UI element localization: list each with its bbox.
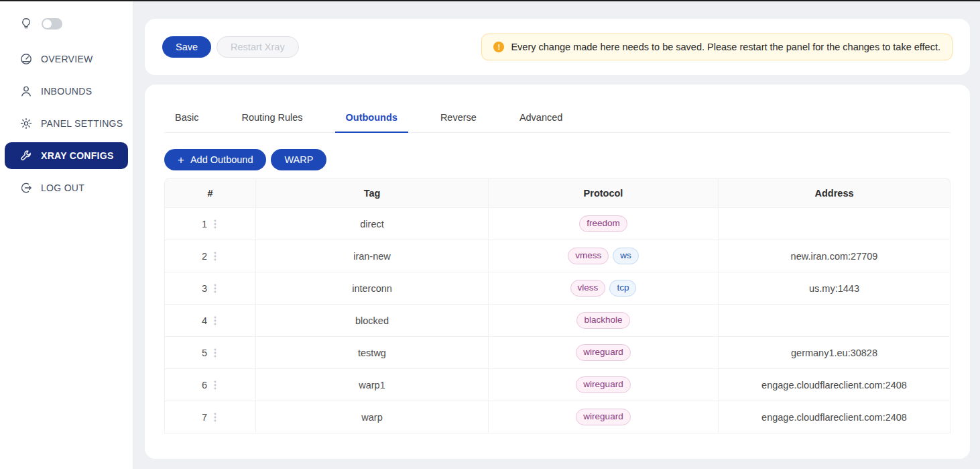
cell-tag: blocked [256,305,489,337]
protocol-badge-freedom: freedom [579,215,627,232]
cell-number: 6 [164,369,256,401]
content-card: BasicRouting RulesOutboundsReverseAdvanc… [145,85,970,459]
bulb-icon [20,17,32,30]
table-row: 3interconnvlesstcpus.my:1443 [164,272,951,305]
row-number-wrap: 6 [202,380,219,390]
row-number: 3 [202,283,207,294]
protocol-badges: vlesstcp [570,280,637,297]
row-menu-icon[interactable] [212,283,219,294]
cell-address [719,305,951,337]
outbounds-table: # Tag Protocol Address 1directfreedom2ir… [164,178,951,433]
sidebar-item-label: PANEL SETTINGS [41,118,123,129]
row-number: 2 [202,251,207,262]
protocol-badge-vless: vless [570,280,606,297]
wrench-icon [20,150,32,162]
cell-address: new.iran.com:27709 [719,240,951,272]
table-row: 5testwgwireguardgermany1.eu:30828 [164,337,951,369]
row-number: 6 [202,380,207,390]
add-outbound-label: Add Outbound [190,154,253,165]
dashboard-icon [20,53,32,65]
warning-text: Every change made here needs to be saved… [511,42,940,52]
cell-tag: warp1 [256,369,489,401]
row-menu-icon[interactable] [212,219,219,229]
sidebar-item-panel-settings[interactable]: PANEL SETTINGS [0,107,133,140]
warning-icon: ! [493,42,504,52]
logout-icon [20,182,32,194]
row-number-wrap: 2 [202,251,219,262]
cell-number: 7 [164,401,256,433]
dark-mode-toggle[interactable] [42,18,62,30]
cell-number: 2 [164,240,256,272]
cell-number: 3 [164,272,256,305]
table-row: 4blockedblackhole [164,305,951,337]
sidebar-nav: OVERVIEWINBOUNDSPANEL SETTINGSXRAY CONFI… [0,43,133,204]
row-menu-icon[interactable] [212,412,219,423]
table-row: 2iran-newvmesswsnew.iran.com:27709 [164,240,951,272]
row-number-wrap: 1 [202,219,219,229]
column-header-tag: Tag [256,178,489,208]
cell-address: engage.cloudflareclient.com:2408 [719,369,951,401]
tab-reverse[interactable]: Reverse [430,103,487,132]
tab-outbounds[interactable]: Outbounds [335,103,408,133]
sidebar-item-inbounds[interactable]: INBOUNDS [0,75,133,107]
protocol-badge-blackhole: blackhole [576,312,629,329]
protocol-badge-wireguard: wireguard [576,376,630,393]
sidebar-item-label: INBOUNDS [41,86,92,97]
row-number: 7 [202,412,207,423]
cell-protocol: freedom [489,208,719,240]
restart-xray-button[interactable]: Restart Xray [217,36,299,58]
protocol-badge-wireguard: wireguard [576,409,630,425]
plus-icon: + [178,154,184,166]
row-number: 5 [202,348,207,358]
cell-protocol: vlesstcp [489,272,719,305]
gear-icon [20,117,32,129]
add-outbound-button[interactable]: + Add Outbound [164,149,266,170]
protocol-badge-ws: ws [613,248,639,264]
tab-basic[interactable]: Basic [164,103,209,132]
protocol-badge-tcp: tcp [609,280,636,297]
user-icon [20,85,32,97]
row-number-wrap: 5 [202,348,219,358]
cell-number: 5 [164,337,256,369]
sidebar-item-log-out[interactable]: LOG OUT [0,172,133,204]
sidebar-item-label: LOG OUT [41,183,84,193]
cell-address [719,208,951,240]
row-menu-icon[interactable] [212,315,219,326]
cell-tag: testwg [256,337,489,369]
sidebar-item-label: OVERVIEW [41,54,93,64]
cell-address: us.my:1443 [719,272,951,305]
main-area: Save Restart Xray ! Every change made he… [133,1,980,469]
protocol-badges: wireguard [576,409,630,425]
row-number: 4 [202,315,207,326]
tab-advanced[interactable]: Advanced [509,103,574,132]
warp-button[interactable]: WARP [271,149,326,170]
row-menu-icon[interactable] [212,251,219,262]
table-row: 7warpwireguardengage.cloudflareclient.co… [164,401,951,433]
save-button[interactable]: Save [162,36,211,58]
cell-tag: iran-new [256,240,489,272]
row-menu-icon[interactable] [212,380,219,390]
protocol-badge-wireguard: wireguard [576,344,630,361]
actions-row: + Add Outbound WARP [164,149,951,170]
column-header-number: # [164,178,256,208]
cell-protocol: wireguard [489,401,719,433]
cell-protocol: vmessws [489,240,719,272]
tab-bar: BasicRouting RulesOutboundsReverseAdvanc… [164,85,951,133]
theme-toggle-row [0,15,133,32]
protocol-badge-vmess: vmess [568,248,609,264]
row-number-wrap: 7 [202,412,219,423]
toolbar-card: Save Restart Xray ! Every change made he… [145,19,970,75]
cell-number: 4 [164,305,256,337]
sidebar-item-xray-configs[interactable]: XRAY CONFIGS [5,142,128,169]
protocol-badges: wireguard [576,344,630,361]
cell-tag: warp [256,401,489,433]
cell-address: engage.cloudflareclient.com:2408 [719,401,951,433]
cell-protocol: blackhole [489,305,719,337]
cell-number: 1 [164,208,256,240]
tab-routing-rules[interactable]: Routing Rules [231,103,313,132]
sidebar-item-overview[interactable]: OVERVIEW [0,43,133,75]
row-menu-icon[interactable] [212,348,219,358]
row-number-wrap: 3 [202,283,219,294]
cell-protocol: wireguard [489,337,719,369]
cell-address: germany1.eu:30828 [719,337,951,369]
